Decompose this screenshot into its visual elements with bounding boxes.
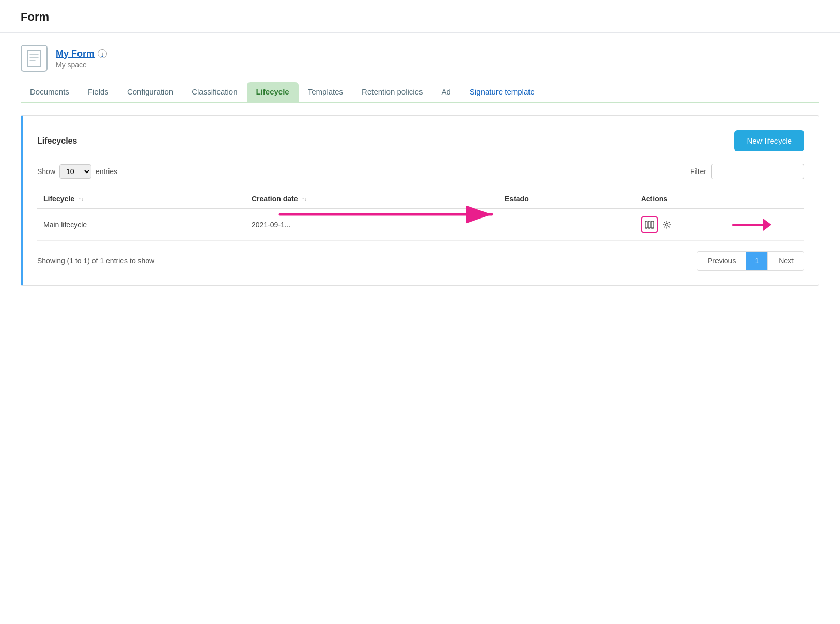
- tab-lifecycle[interactable]: Lifecycle: [247, 82, 299, 103]
- actions-cell: [635, 209, 804, 241]
- lifecycle-sort-icon[interactable]: ↑↓: [79, 197, 84, 202]
- entries-select[interactable]: 10 25 50 100: [59, 164, 91, 179]
- lifecycles-table: Lifecycle ↑↓ Creation date ↑↓ Estado Act…: [37, 190, 804, 241]
- tabs-section: Documents Fields Configuration Classific…: [0, 72, 840, 103]
- svg-rect-3: [651, 221, 654, 228]
- table-footer: Showing (1 to 1) of 1 entries to show Pr…: [37, 251, 804, 271]
- card-header: Lifecycles New lifecycle: [37, 130, 804, 151]
- info-icon[interactable]: i: [98, 49, 107, 58]
- svg-rect-0: [27, 50, 41, 67]
- show-label: Show: [37, 167, 55, 176]
- form-name-link[interactable]: My Form i: [56, 49, 107, 59]
- tab-documents[interactable]: Documents: [21, 82, 79, 103]
- show-entries-control: Show 10 25 50 100 entries: [37, 164, 117, 179]
- showing-text: Showing (1 to 1) of 1 entries to show: [37, 257, 154, 265]
- page-header: Form: [0, 0, 840, 33]
- tab-fields[interactable]: Fields: [79, 82, 118, 103]
- filter-section: Filter: [690, 164, 804, 179]
- pagination: Previous 1 Next: [697, 251, 804, 271]
- tab-classification[interactable]: Classification: [182, 82, 246, 103]
- page-title: Form: [21, 10, 819, 24]
- filter-input[interactable]: [711, 164, 804, 179]
- creation-date-sort-icon[interactable]: ↑↓: [302, 197, 307, 202]
- svg-point-5: [665, 224, 668, 226]
- table-head: Lifecycle ↑↓ Creation date ↑↓ Estado Act…: [37, 190, 804, 209]
- tab-signature-template[interactable]: Signature template: [460, 82, 544, 103]
- svg-rect-2: [648, 221, 650, 228]
- table-row: Main lifecycle 2021-09-1...: [37, 209, 804, 241]
- settings-action-button[interactable]: [660, 217, 674, 232]
- tab-ad[interactable]: Ad: [432, 82, 460, 103]
- col-lifecycle: Lifecycle ↑↓: [37, 190, 245, 209]
- form-name-row: My Form i: [56, 49, 107, 59]
- table-header-row: Lifecycle ↑↓ Creation date ↑↓ Estado Act…: [37, 190, 804, 209]
- form-space: My space: [56, 60, 107, 69]
- form-info-section: My Form i My space: [0, 33, 840, 72]
- table-body: Main lifecycle 2021-09-1...: [37, 209, 804, 241]
- svg-rect-1: [645, 221, 647, 228]
- form-document-icon: [21, 45, 48, 72]
- card-title: Lifecycles: [37, 136, 77, 146]
- next-button[interactable]: Next: [768, 251, 804, 271]
- new-lifecycle-button[interactable]: New lifecycle: [734, 130, 804, 151]
- table-wrapper: Lifecycle ↑↓ Creation date ↑↓ Estado Act…: [37, 190, 804, 241]
- entries-label: entries: [96, 167, 117, 176]
- previous-button[interactable]: Previous: [697, 251, 746, 271]
- lifecycles-card: Lifecycles New lifecycle Show 10 25 50 1…: [21, 115, 819, 286]
- tab-configuration[interactable]: Configuration: [118, 82, 182, 103]
- filter-label: Filter: [690, 167, 706, 176]
- main-content: Lifecycles New lifecycle Show 10 25 50 1…: [0, 103, 840, 306]
- col-creation-date: Creation date ↑↓: [245, 190, 499, 209]
- templates-action-button[interactable]: [641, 216, 658, 233]
- table-controls: Show 10 25 50 100 entries Filter: [37, 164, 804, 179]
- page-1-button[interactable]: 1: [746, 251, 768, 271]
- lifecycle-name-cell: Main lifecycle: [37, 209, 245, 241]
- tab-templates[interactable]: Templates: [299, 82, 352, 103]
- estado-cell: [499, 209, 635, 241]
- tabs-nav: Documents Fields Configuration Classific…: [21, 82, 819, 103]
- col-estado: Estado: [499, 190, 635, 209]
- col-actions: Actions: [635, 190, 804, 209]
- creation-date-cell: 2021-09-1...: [245, 209, 499, 241]
- tab-retention-policies[interactable]: Retention policies: [352, 82, 432, 103]
- form-name-block: My Form i My space: [56, 49, 107, 69]
